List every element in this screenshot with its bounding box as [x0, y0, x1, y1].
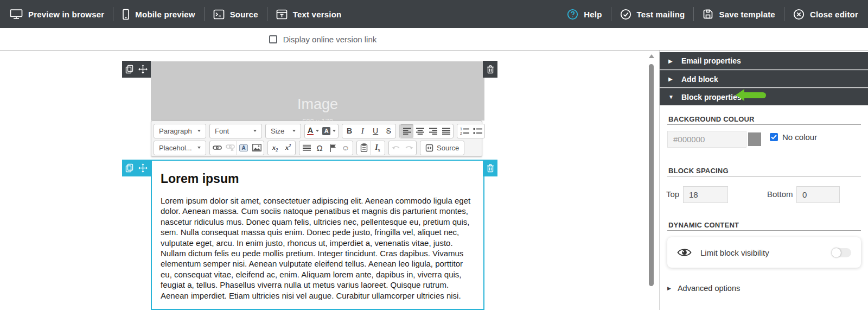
text-color-button[interactable]: A: [305, 124, 321, 138]
smiley-icon: ☺: [342, 143, 349, 152]
placeholder-group: Placehol...: [154, 141, 206, 155]
emoji-button[interactable]: ☺: [339, 141, 352, 155]
text-color-icon: A: [307, 126, 314, 135]
toolbar-divider: [611, 7, 611, 21]
rich-text-toolbar: Paragraph Font Size A A: [151, 121, 482, 157]
colour-swatch[interactable]: [748, 132, 761, 146]
text-block-selected[interactable]: Lorem ipsum Lorem ipsum dolor sit amet, …: [151, 160, 484, 310]
preview-in-browser-button[interactable]: Preview in browser: [10, 9, 104, 20]
mobile-preview-button[interactable]: Mobile preview: [122, 9, 195, 20]
trash-icon[interactable]: [487, 164, 494, 173]
underline-button[interactable]: U: [369, 124, 382, 138]
source-group: Source: [420, 141, 464, 155]
remove-format-button[interactable]: Ix: [371, 141, 384, 155]
background-colour-title: BACKGROUND COLOUR: [668, 115, 755, 123]
duplicate-icon[interactable]: [125, 65, 133, 74]
section-divider: [667, 176, 861, 176]
paste-group: Ix: [356, 141, 385, 155]
scrollbar-up-arrow[interactable]: [649, 54, 654, 58]
undo-button[interactable]: [390, 141, 403, 155]
image-block[interactable]: Image 600 x 170: [151, 61, 484, 121]
source-code-button[interactable]: Source: [421, 141, 463, 155]
align-justify-icon: [442, 128, 450, 135]
spacing-top-input[interactable]: [683, 186, 728, 203]
source-button[interactable]: Source: [213, 9, 258, 20]
display-online-version-checkbox[interactable]: [269, 35, 277, 43]
link-icon: [213, 145, 222, 150]
trash-icon[interactable]: [487, 65, 494, 74]
bullet-list-button[interactable]: [471, 124, 484, 138]
link-button[interactable]: [210, 141, 224, 155]
subscript-small: 2: [276, 148, 278, 153]
numbered-list-button[interactable]: 12: [458, 124, 471, 138]
toolbar-divider: [267, 7, 267, 21]
mobile-preview-label: Mobile preview: [135, 10, 195, 19]
block-spacing-title: BLOCK SPACING: [668, 167, 729, 175]
panel-email-properties[interactable]: ▶ Email properties: [660, 52, 868, 69]
subscript-button[interactable]: x2: [269, 141, 282, 155]
italic-button[interactable]: I: [356, 124, 369, 138]
superscript-small: 2: [289, 143, 291, 148]
panel-add-block[interactable]: ▶ Add block: [660, 70, 868, 87]
flag-button[interactable]: [326, 141, 339, 155]
redo-button[interactable]: [403, 141, 416, 155]
toolbar-divider: [204, 7, 205, 21]
toggle-knob: [832, 248, 841, 257]
collapsed-arrow-icon: ▶: [667, 286, 671, 291]
add-block-label: Add block: [681, 75, 718, 84]
source-code-label: Source: [437, 144, 459, 152]
spacing-bottom-input[interactable]: [796, 186, 840, 203]
test-mailing-button[interactable]: Test mailing: [620, 9, 685, 20]
placeholder-dropdown[interactable]: Placehol...: [155, 141, 205, 155]
text-version-button[interactable]: Text version: [276, 9, 342, 20]
editor-workspace: Image 600 x 170 Paragraph Font: [0, 50, 868, 310]
help-label: Help: [584, 10, 602, 19]
align-left-icon: [403, 128, 411, 135]
expanded-arrow-icon: ▼: [668, 94, 681, 100]
chevron-down-icon: [253, 130, 257, 132]
size-dropdown[interactable]: Size: [266, 124, 300, 138]
close-circle-icon: [793, 9, 805, 20]
font-dropdown[interactable]: Font: [210, 124, 261, 138]
horizontal-rule-icon: [303, 144, 311, 151]
source-label: Source: [230, 10, 258, 19]
align-right-button[interactable]: [426, 124, 439, 138]
unlink-button[interactable]: [224, 141, 237, 155]
horizontal-rule-button[interactable]: [300, 141, 313, 155]
move-icon[interactable]: [138, 163, 148, 173]
no-colour-checkbox[interactable]: [770, 133, 778, 141]
align-justify-button[interactable]: [439, 124, 452, 138]
script-group: x2 x2: [267, 141, 296, 155]
scrollbar-thumb[interactable]: [649, 64, 654, 286]
background-color-button[interactable]: A: [321, 124, 337, 138]
insert-image-button[interactable]: [250, 141, 263, 155]
chevron-down-icon: [292, 130, 296, 132]
help-button[interactable]: Help: [567, 9, 602, 20]
spacing-top-label: Top: [666, 189, 679, 199]
svg-text:1: 1: [460, 127, 462, 131]
superscript-button[interactable]: x2: [282, 141, 295, 155]
limit-visibility-toggle[interactable]: [832, 248, 851, 257]
anchor-field-button[interactable]: A: [237, 141, 250, 155]
special-character-button[interactable]: Ω: [313, 141, 326, 155]
duplicate-icon[interactable]: [125, 163, 133, 173]
image-placeholder-label: Image: [151, 96, 484, 113]
bold-button[interactable]: B: [343, 124, 356, 138]
panel-block-properties[interactable]: ▼ Block properties: [660, 88, 868, 105]
paragraph-format-dropdown[interactable]: Paragraph: [155, 124, 205, 138]
section-divider: [667, 230, 861, 231]
align-center-button[interactable]: [413, 124, 426, 138]
paste-template-button[interactable]: [358, 141, 371, 155]
save-template-button[interactable]: Save template: [703, 9, 775, 20]
background-colour-input[interactable]: [667, 131, 746, 148]
undo-icon: [392, 145, 400, 151]
advanced-options-button[interactable]: ▶ Advanced options: [667, 284, 740, 293]
flag-icon: [329, 144, 336, 152]
block-properties-label: Block properties: [681, 93, 741, 102]
close-editor-button[interactable]: Close editor: [793, 9, 858, 20]
move-icon[interactable]: [138, 65, 148, 74]
align-left-button[interactable]: [400, 124, 413, 138]
save-icon: [703, 9, 713, 20]
strikethrough-button[interactable]: S: [382, 124, 395, 138]
placeholder-label: Placehol...: [159, 144, 192, 152]
